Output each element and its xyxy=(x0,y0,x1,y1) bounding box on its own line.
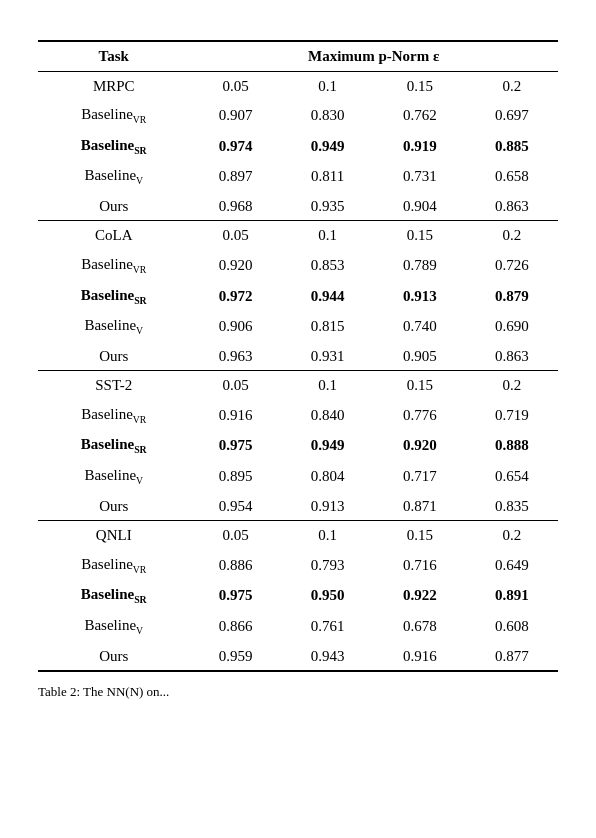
epsilon-value-3: 0.2 xyxy=(466,71,558,100)
metric-value: 0.789 xyxy=(374,250,466,281)
metric-value: 0.916 xyxy=(189,400,281,431)
task-header-sst-2: SST-20.050.10.150.2 xyxy=(38,371,558,400)
epsilon-value-1: 0.1 xyxy=(282,521,374,550)
table-row: Ours0.9540.9130.8710.835 xyxy=(38,492,558,521)
method-label: BaselineV xyxy=(38,311,189,342)
metric-value: 0.949 xyxy=(282,131,374,162)
metric-value: 0.913 xyxy=(374,281,466,312)
table-row: BaselineVR0.9070.8300.7620.697 xyxy=(38,100,558,131)
epsilon-value-2: 0.15 xyxy=(374,221,466,250)
metric-value: 0.888 xyxy=(466,430,558,461)
metric-value: 0.731 xyxy=(374,161,466,192)
metric-value: 0.907 xyxy=(189,100,281,131)
method-label: BaselineV xyxy=(38,461,189,492)
epsilon-value-2: 0.15 xyxy=(374,371,466,400)
metric-value: 0.904 xyxy=(374,192,466,221)
metric-value: 0.830 xyxy=(282,100,374,131)
metric-value: 0.697 xyxy=(466,100,558,131)
method-label: Ours xyxy=(38,642,189,672)
metric-value: 0.815 xyxy=(282,311,374,342)
table-caption: Table 2: The NN(N) on... xyxy=(38,682,558,702)
metric-value: 0.886 xyxy=(189,550,281,581)
metric-value: 0.916 xyxy=(374,642,466,672)
metric-value: 0.658 xyxy=(466,161,558,192)
method-label: Ours xyxy=(38,192,189,221)
task-header-mrpc: MRPC0.050.10.150.2 xyxy=(38,71,558,100)
metric-value: 0.879 xyxy=(466,281,558,312)
metric-value: 0.654 xyxy=(466,461,558,492)
metric-value: 0.761 xyxy=(282,611,374,642)
method-label: BaselineVR xyxy=(38,550,189,581)
metric-value: 0.931 xyxy=(282,342,374,371)
task-header-qnli: QNLI0.050.10.150.2 xyxy=(38,521,558,550)
table-row: BaselineSR0.9740.9490.9190.885 xyxy=(38,131,558,162)
table-row: BaselineSR0.9720.9440.9130.879 xyxy=(38,281,558,312)
method-label: Ours xyxy=(38,492,189,521)
metric-value: 0.804 xyxy=(282,461,374,492)
metric-value: 0.919 xyxy=(374,131,466,162)
metric-value: 0.678 xyxy=(374,611,466,642)
table-row: BaselineSR0.9750.9490.9200.888 xyxy=(38,430,558,461)
table-row: BaselineSR0.9750.9500.9220.891 xyxy=(38,580,558,611)
task-label-sst-2: SST-2 xyxy=(38,371,189,400)
metric-value: 0.690 xyxy=(466,311,558,342)
method-label: BaselineV xyxy=(38,611,189,642)
epsilon-value-2: 0.15 xyxy=(374,521,466,550)
metric-value: 0.717 xyxy=(374,461,466,492)
metric-value: 0.943 xyxy=(282,642,374,672)
metric-value: 0.968 xyxy=(189,192,281,221)
task-header-cola: CoLA0.050.10.150.2 xyxy=(38,221,558,250)
epsilon-value-1: 0.1 xyxy=(282,371,374,400)
method-label: BaselineVR xyxy=(38,100,189,131)
metric-value: 0.972 xyxy=(189,281,281,312)
task-label-qnli: QNLI xyxy=(38,521,189,550)
metric-value: 0.866 xyxy=(189,611,281,642)
table-row: BaselineV0.8660.7610.6780.608 xyxy=(38,611,558,642)
metric-value: 0.793 xyxy=(282,550,374,581)
epsilon-value-0: 0.05 xyxy=(189,71,281,100)
metric-value: 0.811 xyxy=(282,161,374,192)
metric-value: 0.726 xyxy=(466,250,558,281)
metric-value: 0.905 xyxy=(374,342,466,371)
metric-value: 0.649 xyxy=(466,550,558,581)
table-row: BaselineV0.8950.8040.7170.654 xyxy=(38,461,558,492)
table-row: Ours0.9630.9310.9050.863 xyxy=(38,342,558,371)
metric-value: 0.891 xyxy=(466,580,558,611)
table-row: Ours0.9680.9350.9040.863 xyxy=(38,192,558,221)
metric-value: 0.835 xyxy=(466,492,558,521)
method-label: BaselineV xyxy=(38,161,189,192)
metric-value: 0.944 xyxy=(282,281,374,312)
metric-value: 0.949 xyxy=(282,430,374,461)
metric-value: 0.935 xyxy=(282,192,374,221)
method-label: BaselineSR xyxy=(38,580,189,611)
metric-value: 0.920 xyxy=(374,430,466,461)
task-label-mrpc: MRPC xyxy=(38,71,189,100)
epsilon-value-1: 0.1 xyxy=(282,221,374,250)
table-row: BaselineV0.8970.8110.7310.658 xyxy=(38,161,558,192)
epsilon-value-1: 0.1 xyxy=(282,71,374,100)
metric-value: 0.897 xyxy=(189,161,281,192)
epsilon-value-3: 0.2 xyxy=(466,221,558,250)
metric-value: 0.877 xyxy=(466,642,558,672)
results-table: Task Maximum p-Norm ε MRPC0.050.10.150.2… xyxy=(38,40,558,672)
metric-value: 0.863 xyxy=(466,192,558,221)
metric-value: 0.975 xyxy=(189,580,281,611)
metric-value: 0.906 xyxy=(189,311,281,342)
header-row-top: Task Maximum p-Norm ε xyxy=(38,41,558,71)
epsilon-value-3: 0.2 xyxy=(466,521,558,550)
metric-value: 0.963 xyxy=(189,342,281,371)
epsilon-value-0: 0.05 xyxy=(189,521,281,550)
epsilon-value-0: 0.05 xyxy=(189,221,281,250)
task-column-header: Task xyxy=(38,41,189,71)
epsilon-value-3: 0.2 xyxy=(466,371,558,400)
metric-value: 0.895 xyxy=(189,461,281,492)
metric-value: 0.975 xyxy=(189,430,281,461)
table-row: BaselineVR0.9160.8400.7760.719 xyxy=(38,400,558,431)
epsilon-value-0: 0.05 xyxy=(189,371,281,400)
method-label: BaselineVR xyxy=(38,400,189,431)
metric-value: 0.840 xyxy=(282,400,374,431)
max-norm-header: Maximum p-Norm ε xyxy=(189,41,558,71)
metric-value: 0.719 xyxy=(466,400,558,431)
table-row: BaselineVR0.8860.7930.7160.649 xyxy=(38,550,558,581)
task-label-cola: CoLA xyxy=(38,221,189,250)
